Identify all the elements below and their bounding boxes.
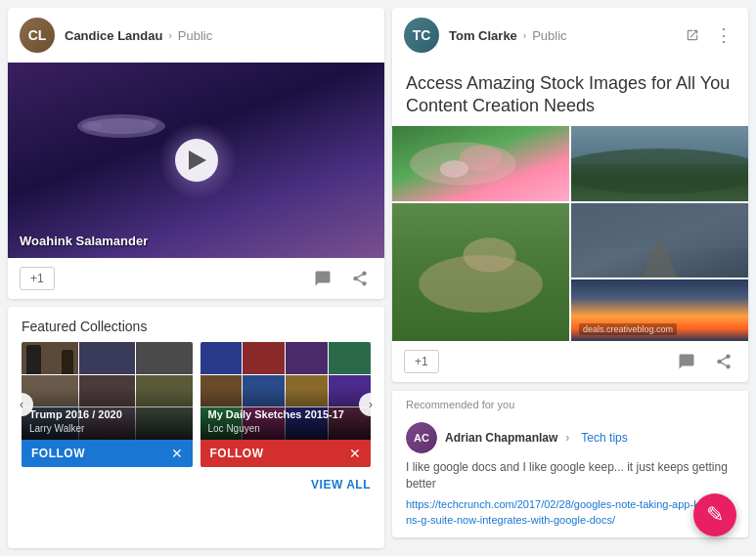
hills-svg (571, 126, 748, 201)
collection-item-trump[interactable]: Trump 2016 / 2020 Larry Walker FOLLOW ✕ (22, 342, 193, 467)
right-column: TC Tom Clarke › Public ⋮ Access Amazing … (392, 8, 748, 548)
video-post-card: CL Candice Landau › Public Woahink Salam… (8, 8, 384, 299)
follow-trump-button[interactable]: FOLLOW (31, 447, 85, 460)
collection-author: Larry Walker (29, 423, 185, 434)
stock-image-sunset: deals.creativeblog.com (571, 279, 748, 340)
author-name: Candice Landau (65, 28, 162, 43)
share-icon (351, 270, 369, 287)
thumb-cell (286, 342, 328, 374)
collection-label: My Daily Sketches 2015-17 Loc Nguyen (200, 388, 372, 440)
plus-one-button-right[interactable]: +1 (404, 350, 439, 373)
rec-tag[interactable]: Tech tips (581, 431, 627, 445)
collections-next-button[interactable]: › (359, 393, 382, 416)
avatar-image: AC (406, 422, 437, 453)
author-info: Candice Landau › Public (65, 28, 373, 43)
avatar: CL (20, 18, 55, 53)
video-post-header: CL Candice Landau › Public (8, 8, 384, 63)
plus-one-label: +1 (30, 272, 44, 285)
collections-title: Featured Collections (8, 307, 384, 342)
svg-point-6 (440, 160, 468, 178)
road-image (571, 203, 748, 278)
collection-thumb-trump: Trump 2016 / 2020 Larry Walker (22, 342, 193, 440)
rec-author-name: Adrian Chapmanlaw (445, 431, 557, 445)
chevron-right-icon: › (168, 30, 171, 41)
follow-sketches-button[interactable]: FOLLOW (210, 447, 264, 460)
avatar-tom: TC (404, 18, 439, 53)
stock-images-card: TC Tom Clarke › Public ⋮ Access Amazing … (392, 8, 748, 382)
collection-item-sketches[interactable]: My Daily Sketches 2015-17 Loc Nguyen FOL… (200, 342, 372, 467)
plus-one-button[interactable]: +1 (20, 267, 55, 290)
compose-fab[interactable]: ✎ (693, 493, 736, 536)
flower-image (392, 126, 569, 201)
comment-button-right[interactable] (674, 349, 699, 374)
collections-grid: ‹ (8, 342, 384, 467)
stock-image-road (571, 203, 748, 278)
author-name: Tom Clarke (449, 28, 517, 43)
thumb-cell (136, 342, 193, 374)
dog-svg (392, 203, 569, 341)
view-all-bar: VIEW ALL (8, 467, 384, 500)
author-info: Tom Clarke › Public (449, 28, 672, 43)
collection-bar-trump: FOLLOW ✕ (22, 440, 193, 467)
visibility-label: Public (532, 28, 566, 43)
svg-point-8 (571, 149, 748, 193)
road-svg (571, 203, 748, 278)
stock-post-header: TC Tom Clarke › Public ⋮ (392, 8, 748, 63)
svg-point-10 (463, 237, 515, 272)
stock-image-flowers (392, 126, 569, 201)
collections-prev-button[interactable]: ‹ (10, 393, 33, 416)
close-trump-button[interactable]: ✕ (171, 446, 183, 461)
stock-images-grid: deals.creativeblog.com (392, 126, 748, 341)
more-icon: ⋮ (715, 24, 733, 46)
more-options-button[interactable]: ⋮ (711, 21, 736, 50)
video-post-footer: +1 (8, 258, 384, 299)
video-container[interactable]: Woahink Salamander (8, 63, 384, 258)
featured-collections-card: Featured Collections ‹ (8, 307, 384, 548)
rec-link[interactable]: https://techcrunch.com/2017/02/28/google… (406, 497, 734, 528)
thumb-cell (22, 342, 78, 374)
rec-text: I like google docs and I like google kee… (406, 459, 734, 492)
collection-name: Trump 2016 / 2020 (29, 407, 185, 421)
compose-icon: ✎ (706, 502, 724, 528)
external-link-icon (686, 28, 699, 42)
hills-image (571, 126, 748, 201)
recommended-header: Recommended for you (392, 390, 748, 416)
salamander-image (63, 102, 180, 150)
avatar-image: TC (404, 18, 439, 53)
svg-point-3 (143, 119, 158, 127)
flower-svg (392, 126, 569, 201)
share-button-right[interactable] (711, 349, 736, 374)
share-icon (715, 353, 733, 370)
thumb-cell (79, 342, 136, 374)
watermark: deals.creativeblog.com (579, 323, 677, 335)
thumb-cell (200, 342, 243, 374)
view-all-link[interactable]: VIEW ALL (311, 478, 371, 492)
chevron-tag-icon: › (565, 431, 569, 445)
avatar-image: CL (20, 18, 55, 53)
footer-icons-right (674, 349, 736, 374)
thumb-cell (329, 342, 371, 374)
close-sketches-button[interactable]: ✕ (349, 446, 361, 461)
avatar-adrian: AC (406, 422, 437, 453)
post-actions-top: ⋮ (682, 21, 736, 50)
stock-post-footer: +1 (392, 341, 748, 382)
comment-icon (314, 270, 332, 287)
left-column: CL Candice Landau › Public Woahink Salam… (8, 8, 384, 548)
video-title: Woahink Salamander (20, 234, 148, 248)
stock-image-hills (571, 126, 748, 201)
external-link-button[interactable] (682, 24, 703, 46)
play-icon (189, 150, 206, 170)
comment-icon (678, 353, 695, 370)
plus-one-label: +1 (415, 355, 428, 368)
visibility-label: Public (178, 28, 212, 43)
collection-author: Loc Nguyen (208, 423, 364, 434)
thumb-cell (243, 342, 285, 374)
comment-button[interactable] (310, 266, 335, 291)
share-button[interactable] (347, 266, 373, 291)
sunset-image: deals.creativeblog.com (571, 279, 748, 340)
collection-bar-sketches: FOLLOW ✕ (200, 440, 372, 467)
collection-thumb-sketches: My Daily Sketches 2015-17 Loc Nguyen (200, 342, 372, 440)
play-button[interactable] (175, 139, 218, 182)
footer-icons (310, 266, 373, 291)
rec-author-row: AC Adrian Chapmanlaw › Tech tips (406, 422, 734, 453)
